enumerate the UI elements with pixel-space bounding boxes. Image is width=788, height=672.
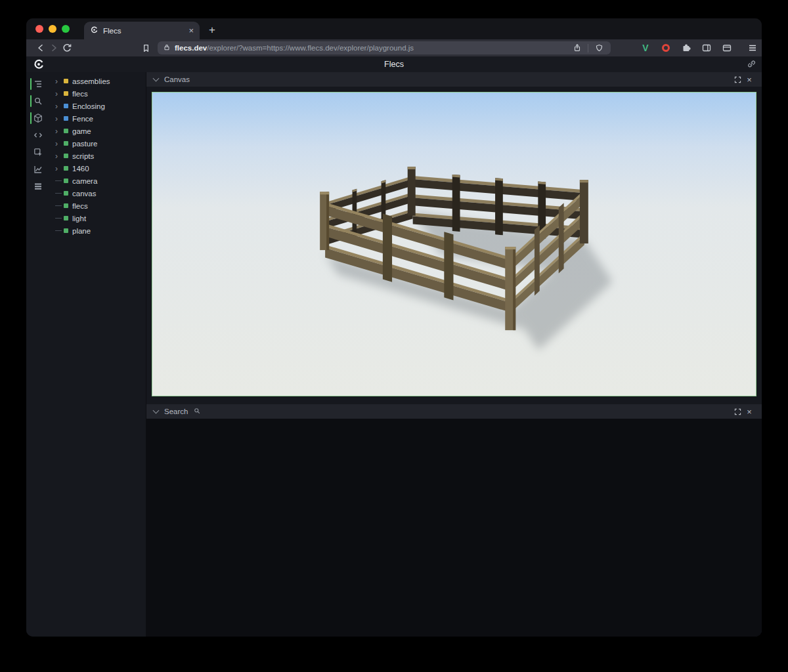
back-button[interactable] [34,41,47,54]
expand-arrow-icon[interactable] [55,218,64,219]
divider [588,44,588,52]
entity-color-icon [64,91,68,96]
entity-tree: › assemblies › flecs › Enclosing › Fence… [46,72,146,637]
inspector-panel-icon[interactable] [30,144,46,160]
stats-panel-icon[interactable] [30,178,46,194]
tree-item[interactable]: › flecs [55,87,146,100]
reload-button[interactable] [60,41,74,54]
tree-item[interactable]: camera [55,175,146,187]
entity-color-icon [64,228,68,233]
red-extension-icon[interactable] [659,41,673,54]
tree-item-label: game [72,127,91,135]
canvas-3d-viewport[interactable] [152,92,756,396]
search-panel-header[interactable]: Search × [146,404,762,419]
tree-item-label: Fence [72,115,93,123]
tree-item[interactable]: › assemblies [55,75,146,87]
url-path: /explorer/?wasm=https://www.flecs.dev/ex… [207,44,414,52]
url-text: flecs.dev/explorer/?wasm=https://www.fle… [175,44,567,52]
share-icon[interactable] [571,41,584,54]
canvas-panel-title: Canvas [164,75,190,83]
expand-arrow-icon[interactable]: › [55,164,64,173]
vue-extension-icon[interactable]: V [638,41,653,54]
tree-item[interactable]: flecs [55,200,146,212]
canvas-wrap [146,87,762,396]
tree-item[interactable]: light [55,212,146,224]
expand-arrow-icon[interactable]: › [55,89,64,98]
traffic-light-zoom[interactable] [62,25,70,33]
url-domain: flecs.dev [175,44,207,52]
tree-item[interactable]: › 1460 [55,162,146,175]
tree-item[interactable]: › Enclosing [55,100,146,112]
expand-arrow-icon[interactable] [55,193,64,194]
code-panel-icon[interactable] [30,127,46,143]
expand-arrow-icon[interactable]: › [55,127,64,136]
tree-item-label: 1460 [72,165,89,173]
page-title: Flecs [26,60,762,69]
fence-3d-scene [152,93,756,396]
canvas-panel-icon[interactable] [30,110,46,126]
forward-button[interactable] [47,41,60,54]
entity-color-icon [64,203,68,208]
fullscreen-icon[interactable] [732,406,743,417]
expand-arrow-icon[interactable] [55,180,64,181]
entity-color-icon [64,178,68,183]
traffic-light-minimize[interactable] [49,25,56,33]
bookmark-icon[interactable] [139,41,152,54]
link-icon[interactable] [747,59,756,72]
search-panel-icon[interactable] [30,93,46,109]
main-area: Canvas × [146,72,762,637]
close-panel-icon[interactable]: × [743,406,755,417]
entity-tree-panel-icon[interactable] [30,76,46,92]
close-panel-icon[interactable]: × [743,74,755,85]
tree-item-label: light [72,215,86,222]
entity-color-icon [64,79,68,83]
search-icon [193,407,201,416]
canvas-panel-header[interactable]: Canvas × [146,72,762,87]
expand-arrow-icon[interactable]: › [55,77,64,86]
flecs-explorer-app: Flecs [26,56,762,637]
tree-item-label: flecs [72,90,88,98]
tab-strip: Flecs × + [26,18,762,39]
chevron-down-icon[interactable] [153,75,160,82]
browser-window: Flecs × + flecs.dev/explorer/?wasm=https… [26,18,762,637]
expand-arrow-icon[interactable]: › [55,152,64,161]
close-tab-icon[interactable]: × [188,26,194,35]
tree-item-label: canvas [72,190,96,198]
lock-icon [163,42,171,54]
navigation-bar: flecs.dev/explorer/?wasm=https://www.fle… [26,39,762,56]
browser-tab[interactable]: Flecs × [84,22,200,39]
tree-item-label: pasture [72,140,97,148]
sidebar-toggle-icon[interactable] [699,41,714,54]
menu-icon[interactable] [745,41,760,54]
expand-arrow-icon[interactable]: › [55,114,64,123]
tree-item[interactable]: canvas [55,187,146,200]
expand-arrow-icon[interactable] [55,205,64,206]
tree-item[interactable]: › scripts [55,150,146,162]
chevron-down-icon[interactable] [153,408,160,414]
chart-panel-icon[interactable] [30,161,46,177]
shield-icon[interactable] [592,41,605,54]
wallet-icon[interactable] [720,41,734,54]
tab-title: Flecs [103,27,184,35]
url-bar[interactable]: flecs.dev/explorer/?wasm=https://www.fle… [158,41,611,54]
tree-item[interactable]: › pasture [55,137,146,150]
extensions-puzzle-icon[interactable] [679,41,693,54]
expand-arrow-icon[interactable]: › [55,102,64,111]
app-header: Flecs [26,56,762,72]
tree-item[interactable]: › game [55,125,146,137]
fullscreen-icon[interactable] [732,74,743,85]
expand-arrow-icon[interactable]: › [55,139,64,148]
traffic-light-close[interactable] [35,25,43,33]
search-panel-title: Search [164,408,188,415]
tree-item-label: scripts [72,152,94,160]
tree-item-label: plane [72,227,91,235]
new-tab-button[interactable]: + [209,24,215,35]
tree-item-label: camera [72,177,97,185]
entity-color-icon [64,216,68,220]
extensions-area: V [638,41,760,54]
tree-item[interactable]: plane [55,224,146,237]
tree-item-label: Enclosing [72,102,105,110]
entity-color-icon [64,166,68,171]
expand-arrow-icon[interactable] [55,230,64,231]
tree-item[interactable]: › Fence [55,112,146,125]
